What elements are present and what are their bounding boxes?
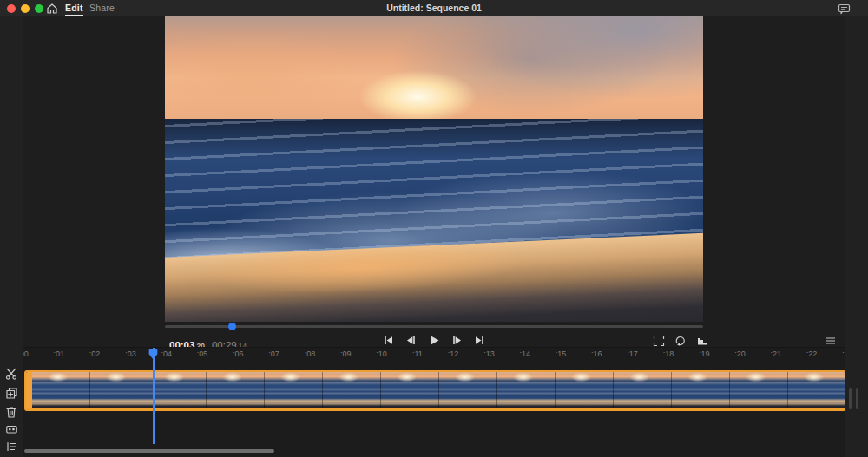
playhead-handle[interactable]	[148, 348, 158, 363]
tab-edit[interactable]: Edit	[65, 0, 83, 16]
ruler-tick: :18	[663, 349, 674, 358]
ruler-tick: :02	[89, 349, 101, 358]
home-icon[interactable]	[46, 3, 58, 15]
video-preview[interactable]	[165, 16, 703, 322]
timeline-horizontal-scrollbar[interactable]	[24, 449, 274, 453]
clip-thumbnail	[614, 372, 672, 408]
ruler-tick: :15	[556, 349, 567, 358]
clip-thumbnail	[32, 372, 90, 408]
clip-thumbnail	[497, 372, 556, 408]
ruler-tick: :04	[161, 349, 172, 358]
ruler-tick: :07	[268, 349, 279, 358]
ruler-tick: :10	[376, 349, 387, 358]
ruler-tick: :12	[448, 349, 459, 358]
ruler-tick: :08	[305, 349, 316, 358]
window-close-button[interactable]	[7, 4, 16, 13]
timeline-ruler[interactable]: :00:01:02:03:04:05:06:07:08:09:10:11:12:…	[0, 347, 846, 361]
track-options-icon[interactable]	[3, 438, 20, 455]
timeline-vertical-scrollbar[interactable]	[849, 388, 852, 409]
trash-icon[interactable]	[3, 403, 20, 421]
ruler-tick: :06	[233, 349, 244, 358]
clip-thumbnail	[556, 372, 614, 408]
ruler-tick: :16	[591, 349, 602, 358]
video-sky	[165, 16, 703, 122]
ruler-tick: :09	[340, 349, 352, 358]
clip-thumbnail	[730, 372, 788, 408]
ruler-tick: :14	[519, 349, 530, 358]
clip-thumbnail	[788, 372, 845, 408]
window-zoom-button[interactable]	[35, 4, 43, 13]
timeline-clip[interactable]	[24, 370, 846, 411]
window-title: Untitled: Sequence 01	[0, 0, 868, 16]
duplicate-icon[interactable]	[3, 384, 20, 402]
ruler-tick: :20	[734, 349, 746, 358]
clip-thumbnail	[265, 372, 323, 408]
clip-thumbnail	[207, 372, 265, 408]
clip-thumbnail	[90, 372, 148, 408]
clip-trim-handle-left[interactable]	[26, 372, 32, 408]
scissors-icon[interactable]	[3, 365, 20, 382]
feedback-icon[interactable]	[838, 3, 851, 15]
clip-thumbnail	[323, 372, 381, 408]
ruler-tick: :11	[412, 349, 423, 358]
ruler-tick: :05	[197, 349, 208, 358]
ruler-tick: :22	[806, 349, 818, 358]
player-scrubber[interactable]	[165, 325, 703, 328]
timeline-vertical-scrollbar-track[interactable]	[856, 388, 858, 409]
tab-share[interactable]: Share	[89, 0, 115, 16]
ruler-tick: :03	[125, 349, 136, 358]
clip-thumbnail	[148, 372, 207, 408]
ruler-tick: :17	[627, 349, 638, 358]
clip-thumbnail	[672, 372, 730, 408]
player-stage: 00:032000:2914	[23, 16, 845, 347]
ruler-tick: :19	[699, 349, 710, 358]
ruler-tick: :13	[483, 349, 495, 358]
ruler-tick: :21	[771, 349, 782, 358]
titlebar: Edit Share Untitled: Sequence 01	[0, 0, 868, 16]
mixer-icon[interactable]	[3, 421, 20, 438]
scrubber-handle[interactable]	[228, 323, 236, 330]
ruler-tick: :01	[54, 349, 65, 358]
clip-thumbnail	[439, 372, 497, 408]
clip-thumbnail	[381, 372, 439, 408]
window-minimize-button[interactable]	[21, 4, 30, 13]
